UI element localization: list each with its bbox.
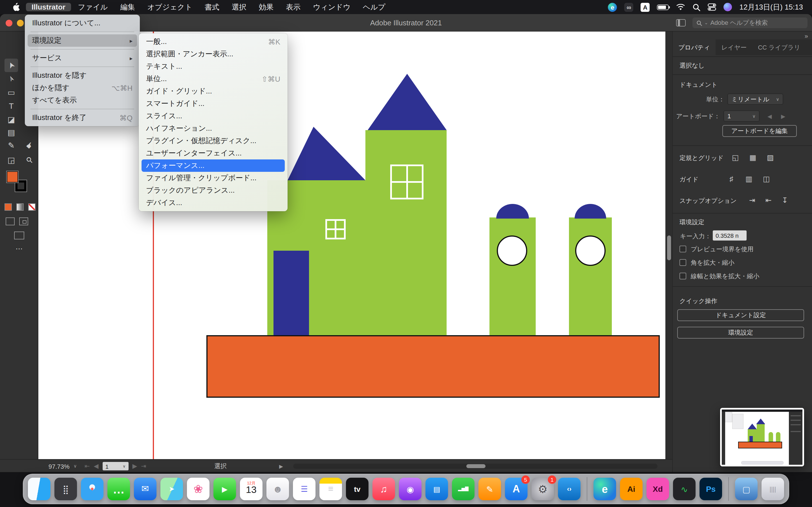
horizontal-scrollbar-thumb[interactable] bbox=[466, 464, 486, 468]
submenu-item-guides-grid[interactable]: ガイド・グリッド... bbox=[142, 85, 285, 98]
next-artboard-arrow[interactable]: ▶ bbox=[781, 113, 785, 119]
zoom-level-dropdown[interactable]: 97.73% ∨ bbox=[49, 460, 77, 472]
status-flyout-icon[interactable]: ▶ bbox=[279, 460, 283, 472]
artwork-house1-roof[interactable] bbox=[288, 127, 365, 180]
snap-to-glyph-icon[interactable]: ↧ bbox=[778, 194, 792, 206]
dock-reminders[interactable]: ☰ bbox=[293, 478, 315, 500]
dock-safari[interactable]: ✦ bbox=[81, 478, 103, 500]
document-setup-button[interactable]: ドキュメント設定 bbox=[677, 309, 804, 321]
dock-notes[interactable]: ≡ bbox=[319, 478, 342, 500]
menubar-menu-illustrator[interactable]: Illustrator bbox=[26, 3, 71, 11]
help-search-input[interactable]: ⌄ Adobe ヘルプを検索 bbox=[693, 17, 808, 28]
submenu-item-appearance-of-black[interactable]: ブラックのアピアランス... bbox=[142, 184, 285, 196]
artwork-tower1-circle[interactable] bbox=[497, 235, 527, 266]
lock-guides-icon[interactable]: ▥ bbox=[742, 173, 756, 184]
submenu-item-selection-anchor-display[interactable]: 選択範囲・アンカー表示... bbox=[142, 48, 285, 60]
collapse-panel-icon[interactable]: » bbox=[805, 33, 808, 40]
submenu-item-file-handling-clipboard[interactable]: ファイル管理・クリップボード... bbox=[142, 172, 285, 184]
menubar-menu-select[interactable]: 選択 bbox=[226, 3, 252, 11]
show-transparency-grid-icon[interactable]: ▨ bbox=[763, 152, 777, 163]
dock-launchpad[interactable]: ⣿ bbox=[54, 478, 77, 500]
artwork-house2-body[interactable] bbox=[365, 130, 447, 335]
artwork-door[interactable] bbox=[273, 251, 309, 335]
draw-mode-normal-button[interactable] bbox=[6, 217, 15, 225]
dock-trash[interactable]: |||| bbox=[762, 478, 784, 500]
minimize-button[interactable] bbox=[17, 19, 24, 26]
artwork-ground[interactable] bbox=[206, 335, 660, 398]
tab-properties[interactable]: プロパティ bbox=[673, 40, 716, 55]
dock-maps[interactable]: ➤ bbox=[160, 478, 183, 500]
dock-pages[interactable]: ✎ bbox=[478, 478, 501, 500]
dock-music[interactable]: ♫ bbox=[372, 478, 395, 500]
menu-item-hide-others[interactable]: ほかを隠す⌥⌘H bbox=[28, 82, 137, 94]
show-grid-icon[interactable]: ▦ bbox=[746, 152, 760, 163]
preferences-button[interactable]: 環境設定 bbox=[677, 327, 804, 339]
dock-edge[interactable]: e bbox=[594, 478, 616, 500]
dock-illustrator[interactable]: Ai bbox=[620, 478, 643, 500]
change-screen-mode-button[interactable] bbox=[14, 231, 24, 239]
dock-podcasts[interactable]: ◉ bbox=[399, 478, 421, 500]
dock-messages[interactable]: … bbox=[107, 478, 130, 500]
siri-icon[interactable] bbox=[724, 3, 732, 11]
menubar-menu-object[interactable]: オブジェクト bbox=[142, 3, 198, 11]
dock-calendar[interactable]: 12月13 bbox=[240, 478, 262, 500]
color-mode-none-button[interactable] bbox=[28, 203, 36, 211]
snap-to-grid-icon[interactable]: ⇥ bbox=[746, 194, 759, 206]
last-artboard-button[interactable]: ⇥ bbox=[141, 462, 146, 470]
submenu-item-plugins-scratch-disks[interactable]: プラグイン・仮想記憶ディスク... bbox=[142, 135, 285, 147]
edit-artboards-button[interactable]: アートボードを編集 bbox=[722, 125, 797, 137]
menubar-menu-help[interactable]: ヘルプ bbox=[357, 3, 391, 11]
menubar-menu-window[interactable]: ウィンドウ bbox=[307, 3, 356, 11]
menu-item-services[interactable]: サービス▸ bbox=[28, 52, 137, 64]
edge-status-icon[interactable]: e bbox=[608, 3, 617, 11]
dock-mail[interactable]: ✉ bbox=[134, 478, 156, 500]
dock-minimized-window[interactable]: ▢ bbox=[735, 478, 758, 500]
dock-photoshop[interactable]: Ps bbox=[700, 478, 722, 500]
wifi-icon[interactable] bbox=[676, 4, 686, 10]
dock-keynote[interactable]: ▤ bbox=[425, 478, 448, 500]
tab-cc-libraries[interactable]: CC ライブラリ bbox=[752, 40, 806, 55]
creative-cloud-icon[interactable]: ∞ bbox=[624, 3, 633, 11]
menubar-menu-edit[interactable]: 編集 bbox=[114, 3, 140, 11]
gradient-tool[interactable]: ▤ bbox=[4, 126, 18, 139]
battery-icon[interactable] bbox=[657, 4, 669, 10]
dock-activity-monitor[interactable]: ∿ bbox=[673, 478, 696, 500]
edit-toolbar-button[interactable]: ⋯ bbox=[0, 244, 38, 253]
artwork-tower2-circle[interactable] bbox=[575, 235, 606, 266]
vertical-scrollbar-thumb[interactable] bbox=[667, 235, 671, 260]
first-artboard-button[interactable]: ⇤ bbox=[85, 462, 90, 470]
use-preview-bounds-checkbox[interactable] bbox=[679, 245, 686, 252]
rectangle-tool[interactable]: ▭ bbox=[4, 86, 18, 99]
dock-tv[interactable]: tv bbox=[346, 478, 368, 500]
close-button[interactable] bbox=[6, 19, 12, 26]
selection-tool[interactable]: ➤ bbox=[4, 59, 18, 72]
dock-facetime[interactable]: ▶ bbox=[213, 478, 236, 500]
scale-strokes-effects-checkbox[interactable] bbox=[679, 273, 686, 279]
draw-mode-behind-button[interactable] bbox=[19, 217, 28, 225]
control-center-icon[interactable] bbox=[708, 3, 716, 11]
submenu-item-smart-guides[interactable]: スマートガイド... bbox=[142, 98, 285, 110]
artwork-tower1-dome[interactable] bbox=[496, 204, 529, 219]
spotlight-search-icon[interactable] bbox=[693, 3, 701, 11]
dock-system-preferences[interactable]: ⚙1 bbox=[531, 478, 554, 500]
menu-item-about-illustrator[interactable]: Illustrator について... bbox=[28, 17, 137, 29]
apple-menu[interactable] bbox=[7, 0, 26, 14]
keyboard-increment-field[interactable]: 0.3528 n bbox=[713, 230, 747, 240]
artwork-window-large[interactable] bbox=[390, 165, 423, 200]
artboard-dropdown[interactable]: 1 ∨ bbox=[723, 110, 760, 122]
snap-to-point-icon[interactable]: ⇤ bbox=[762, 194, 775, 206]
dock-numbers[interactable]: ▂▅▇ bbox=[452, 478, 474, 500]
tab-layers[interactable]: レイヤー bbox=[716, 40, 753, 55]
next-artboard-button[interactable]: ▶ bbox=[132, 462, 137, 470]
dock-finder[interactable] bbox=[28, 478, 50, 500]
dock-vscode[interactable]: ‹› bbox=[558, 478, 580, 500]
menubar-menu-view[interactable]: 表示 bbox=[280, 3, 306, 11]
submenu-item-devices[interactable]: デバイス... bbox=[142, 196, 285, 209]
horizontal-scrollbar[interactable] bbox=[293, 464, 658, 469]
color-mode-color-button[interactable] bbox=[4, 203, 12, 211]
menu-item-show-all[interactable]: すべてを表示 bbox=[28, 94, 137, 107]
dock-xd[interactable]: Xd bbox=[647, 478, 669, 500]
paintbrush-tool[interactable]: ✎ bbox=[4, 138, 18, 152]
artboard-number-dropdown[interactable]: 1 ∨ bbox=[102, 462, 128, 470]
units-dropdown[interactable]: ミリメートル ∨ bbox=[727, 94, 783, 105]
